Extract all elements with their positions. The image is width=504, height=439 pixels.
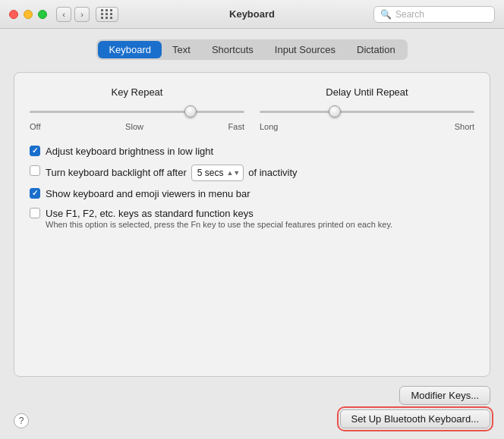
search-icon: 🔍 [380, 9, 392, 20]
key-repeat-slider[interactable] [30, 104, 244, 119]
window-title: Keyboard [229, 8, 275, 20]
tab-strip: Keyboard Text Shortcuts Input Sources Di… [96, 39, 407, 60]
brightness-checkbox[interactable]: ✓ [30, 146, 40, 156]
inactivity-suffix: of inactivity [248, 166, 297, 180]
modifier-keys-button[interactable]: Modifier Keys... [399, 386, 490, 405]
traffic-lights [9, 10, 47, 19]
key-repeat-thumb[interactable] [184, 105, 197, 118]
bluetooth-keyboard-button[interactable]: Set Up Bluetooth Keyboard... [340, 409, 490, 428]
option-backlight-row: Turn keyboard backlight off after 5 secs… [30, 165, 474, 181]
delay-repeat-sublabels: Long Short [260, 122, 474, 131]
help-button[interactable]: ? [14, 413, 29, 428]
titlebar: ‹ › Keyboard 🔍 Search [0, 0, 504, 29]
delay-repeat-short-label: Short [455, 122, 474, 131]
options-section: ✓ Adjust keyboard brightness in low ligh… [30, 145, 474, 365]
key-repeat-track [30, 111, 244, 113]
delay-repeat-slider[interactable] [260, 104, 474, 119]
fn-sublabel: When this option is selected, press the … [46, 220, 474, 229]
search-input[interactable]: Search [395, 9, 488, 20]
bottom-buttons: ? Modifier Keys... Set Up Bluetooth Keyb… [14, 386, 490, 428]
delay-repeat-thumb[interactable] [329, 105, 341, 118]
emoji-checkbox-check-icon: ✓ [32, 190, 38, 197]
key-repeat-label: Key Repeat [112, 86, 163, 98]
inactivity-row: Turn keyboard backlight off after 5 secs… [46, 165, 298, 181]
right-buttons: Modifier Keys... Set Up Bluetooth Keyboa… [340, 386, 490, 428]
inactivity-select[interactable]: 5 secs ▲▼ [191, 165, 244, 181]
tab-shortcuts[interactable]: Shortcuts [201, 41, 264, 58]
option-brightness-row: ✓ Adjust keyboard brightness in low ligh… [30, 145, 474, 158]
emoji-label: Show keyboard and emoji viewers in menu … [46, 187, 250, 201]
inactivity-select-value: 5 secs [197, 168, 224, 178]
backlight-checkbox[interactable] [30, 165, 40, 176]
grid-icon [101, 9, 113, 19]
delay-repeat-long-label: Long [260, 122, 278, 131]
main-content: Keyboard Text Shortcuts Input Sources Di… [0, 29, 504, 439]
minimize-button[interactable] [24, 10, 33, 19]
tab-bar: Keyboard Text Shortcuts Input Sources Di… [14, 39, 490, 60]
emoji-checkbox[interactable]: ✓ [30, 188, 40, 199]
nav-buttons: ‹ › [56, 7, 90, 22]
backlight-label: Turn keyboard backlight off after [46, 166, 187, 180]
tab-keyboard[interactable]: Keyboard [98, 41, 162, 58]
key-repeat-sublabels: Off Slow Fast [30, 122, 244, 131]
brightness-label: Adjust keyboard brightness in low light [46, 145, 213, 158]
key-repeat-group: Key Repeat Off Slow Fast [30, 86, 244, 131]
close-button[interactable] [9, 10, 18, 19]
back-button[interactable]: ‹ [56, 7, 71, 22]
tab-input-sources[interactable]: Input Sources [264, 41, 346, 58]
tab-dictation[interactable]: Dictation [346, 41, 406, 58]
delay-repeat-label: Delay Until Repeat [326, 86, 408, 98]
key-repeat-slow-label: Slow [125, 122, 143, 131]
option-emoji-row: ✓ Show keyboard and emoji viewers in men… [30, 187, 474, 201]
tab-text[interactable]: Text [162, 41, 201, 58]
key-repeat-fast-label: Fast [228, 122, 244, 131]
keyboard-panel: Key Repeat Off Slow Fast Delay Until Rep… [14, 72, 490, 377]
delay-repeat-group: Delay Until Repeat Long Short [260, 86, 474, 131]
key-repeat-off-label: Off [30, 122, 40, 131]
delay-repeat-track [260, 111, 474, 113]
maximize-button[interactable] [38, 10, 47, 19]
sliders-row: Key Repeat Off Slow Fast Delay Until Rep… [30, 86, 474, 131]
checkbox-check-icon: ✓ [32, 147, 38, 155]
grid-button[interactable] [96, 7, 118, 22]
search-box[interactable]: 🔍 Search [373, 6, 495, 23]
fn-checkbox[interactable] [30, 208, 40, 218]
select-arrow-icon: ▲▼ [226, 169, 240, 177]
forward-button[interactable]: › [74, 7, 90, 22]
